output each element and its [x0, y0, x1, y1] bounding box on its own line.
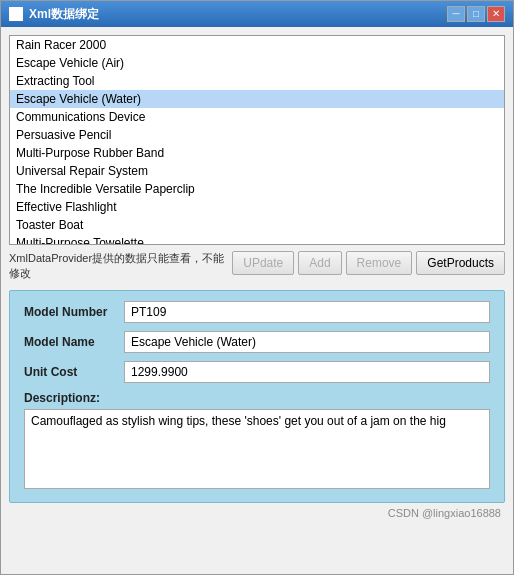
- list-item[interactable]: Effective Flashlight: [10, 198, 504, 216]
- list-item[interactable]: Escape Vehicle (Water): [10, 90, 504, 108]
- add-button[interactable]: Add: [298, 251, 341, 275]
- model-name-input[interactable]: [124, 331, 490, 353]
- title-bar: Xml数据绑定 ─ □ ✕: [1, 1, 513, 27]
- list-item[interactable]: Rain Racer 2000: [10, 36, 504, 54]
- list-item[interactable]: Multi-Purpose Rubber Band: [10, 144, 504, 162]
- title-bar-left: Xml数据绑定: [9, 6, 99, 23]
- toolbar-buttons: UPdate Add Remove GetProducts: [232, 251, 505, 275]
- list-item[interactable]: Persuasive Pencil: [10, 126, 504, 144]
- watermark: CSDN @lingxiao16888: [9, 503, 505, 521]
- maximize-button[interactable]: □: [467, 6, 485, 22]
- unit-cost-label: Unit Cost: [24, 365, 124, 379]
- title-buttons: ─ □ ✕: [447, 6, 505, 22]
- model-number-input[interactable]: [124, 301, 490, 323]
- toolbar-row: XmlDataProvider提供的数据只能查看，不能修改 UPdate Add…: [9, 251, 505, 282]
- list-item[interactable]: The Incredible Versatile Paperclip: [10, 180, 504, 198]
- update-button[interactable]: UPdate: [232, 251, 294, 275]
- unit-cost-input[interactable]: [124, 361, 490, 383]
- detail-panel: Model Number Model Name Unit Cost Descri…: [9, 290, 505, 503]
- remove-button[interactable]: Remove: [346, 251, 413, 275]
- model-number-label: Model Number: [24, 305, 124, 319]
- list-item[interactable]: Universal Repair System: [10, 162, 504, 180]
- list-item[interactable]: Communications Device: [10, 108, 504, 126]
- notice-text: XmlDataProvider提供的数据只能查看，不能修改: [9, 251, 226, 282]
- model-name-label: Model Name: [24, 335, 124, 349]
- list-item[interactable]: Toaster Boat: [10, 216, 504, 234]
- window-icon: [9, 7, 23, 21]
- unit-cost-row: Unit Cost: [24, 361, 490, 383]
- description-label: Descriptionz:: [24, 391, 490, 405]
- minimize-button[interactable]: ─: [447, 6, 465, 22]
- close-button[interactable]: ✕: [487, 6, 505, 22]
- description-textarea[interactable]: [24, 409, 490, 489]
- model-number-row: Model Number: [24, 301, 490, 323]
- product-list[interactable]: Rain Racer 2000Escape Vehicle (Air)Extra…: [9, 35, 505, 245]
- window-content: Rain Racer 2000Escape Vehicle (Air)Extra…: [1, 27, 513, 529]
- list-item[interactable]: Extracting Tool: [10, 72, 504, 90]
- model-name-row: Model Name: [24, 331, 490, 353]
- list-item[interactable]: Multi-Purpose Towelette: [10, 234, 504, 245]
- window-title: Xml数据绑定: [29, 6, 99, 23]
- list-item[interactable]: Escape Vehicle (Air): [10, 54, 504, 72]
- main-window: Xml数据绑定 ─ □ ✕ Rain Racer 2000Escape Vehi…: [0, 0, 514, 575]
- get-products-button[interactable]: GetProducts: [416, 251, 505, 275]
